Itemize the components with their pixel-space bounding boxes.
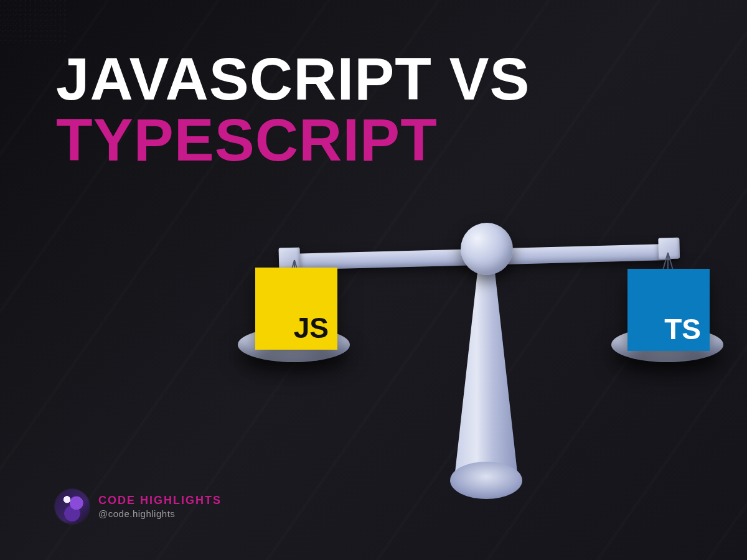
svg-point-0 [450,462,522,499]
brand-handle: @code.highlights [98,508,222,519]
javascript-logo-tile: JS [255,268,337,350]
avatar [55,489,90,524]
headline: JAVASCRIPT VS TYPESCRIPT [56,49,710,170]
attribution: CODE HIGHLIGHTS @code.highlights [55,489,222,524]
headline-line-1: JAVASCRIPT VS [56,45,530,112]
scale-pedestal-cone [448,266,524,503]
brand-name: CODE HIGHLIGHTS [98,494,222,507]
headline-line-2: TYPESCRIPT [56,106,438,173]
attribution-text: CODE HIGHLIGHTS @code.highlights [98,494,222,519]
corner-noise [0,0,68,44]
scale-pivot-sphere [461,223,513,275]
typescript-logo-label: TS [664,312,701,346]
balance-scale-illustration: JS TS [261,199,710,523]
javascript-logo-label: JS [294,311,329,345]
typescript-logo-tile: TS [627,269,710,351]
